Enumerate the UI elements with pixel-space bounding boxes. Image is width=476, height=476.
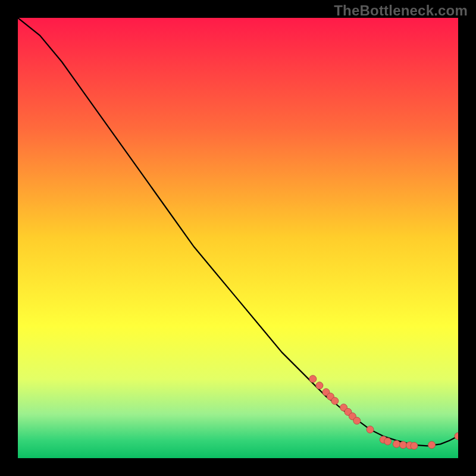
data-marker: [411, 442, 418, 449]
data-marker: [367, 426, 374, 433]
data-marker: [400, 441, 407, 449]
data-marker: [393, 440, 400, 447]
plot-area: [18, 18, 458, 458]
data-marker: [384, 438, 392, 445]
data-marker: [331, 397, 339, 405]
data-marker: [428, 441, 436, 449]
data-marker: [316, 382, 323, 389]
plot-svg: [18, 18, 458, 458]
gradient-background: [18, 18, 458, 458]
watermark-text: TheBottleneck.com: [334, 2, 468, 19]
data-marker: [309, 375, 317, 383]
data-marker: [353, 417, 361, 424]
chart-stage: TheBottleneck.com: [0, 0, 476, 476]
